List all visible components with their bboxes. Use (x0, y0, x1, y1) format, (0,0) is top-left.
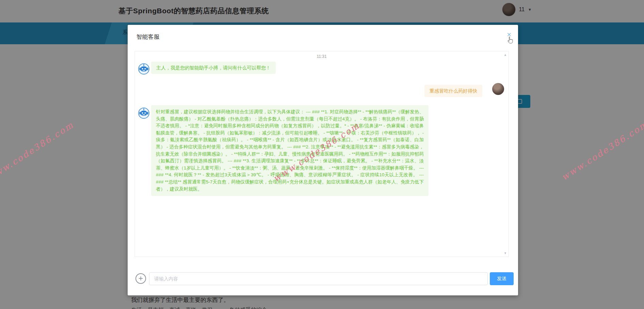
timestamp: 11:31 (135, 54, 509, 59)
message-input[interactable] (149, 272, 488, 285)
scroll-up-icon[interactable]: ▲ (504, 53, 507, 56)
chat-modal: 智能客服 × 11:31 ▲ ▼ 主人，我是您的智能助手小搏，请问有什么可以帮您… (128, 25, 518, 295)
bot-message-long: 针对重感冒，建议根据症状选择药物并结合生活调理，以下为具体建议： --- ###… (151, 105, 429, 196)
mouse-cursor-hand-icon (506, 36, 515, 45)
send-button[interactable]: 发送 (490, 272, 514, 285)
scroll-down-icon[interactable]: ▼ (504, 251, 507, 255)
user-avatar (492, 83, 504, 95)
bot-message: 主人，我是您的智能助手小搏，请问有什么可以帮您！ (151, 62, 276, 74)
bot-avatar-icon (138, 63, 149, 75)
user-message: 重感冒吃什么药好得快 (424, 85, 482, 97)
modal-title: 智能客服 (136, 33, 160, 41)
screen: 基于SpringBoot的智慧药店药品信息管理系统 11 ▼ 系 我们就摒弃了生… (0, 0, 644, 309)
chat-history[interactable]: 11:31 ▲ ▼ 主人，我是您的智能助手小搏，请问有什么可以帮您！ 重感冒吃什… (134, 51, 509, 257)
chat-input-row: + 发送 (128, 272, 518, 287)
bot-avatar-icon (138, 108, 149, 119)
plus-circle-icon[interactable]: + (135, 273, 146, 284)
